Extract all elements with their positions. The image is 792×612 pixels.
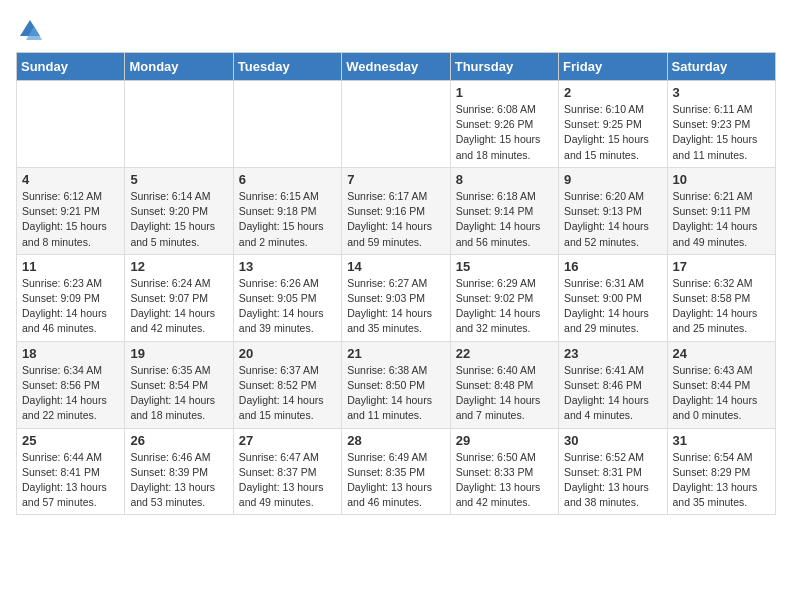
day-cell: 9Sunrise: 6:20 AM Sunset: 9:13 PM Daylig… — [559, 167, 667, 254]
day-info: Sunrise: 6:11 AM Sunset: 9:23 PM Dayligh… — [673, 102, 770, 163]
day-cell: 21Sunrise: 6:38 AM Sunset: 8:50 PM Dayli… — [342, 341, 450, 428]
day-info: Sunrise: 6:29 AM Sunset: 9:02 PM Dayligh… — [456, 276, 553, 337]
header-cell-monday: Monday — [125, 53, 233, 81]
day-number: 2 — [564, 85, 661, 100]
day-number: 24 — [673, 346, 770, 361]
day-number: 16 — [564, 259, 661, 274]
header-row: SundayMondayTuesdayWednesdayThursdayFrid… — [17, 53, 776, 81]
day-info: Sunrise: 6:47 AM Sunset: 8:37 PM Dayligh… — [239, 450, 336, 511]
day-cell: 22Sunrise: 6:40 AM Sunset: 8:48 PM Dayli… — [450, 341, 558, 428]
header-cell-friday: Friday — [559, 53, 667, 81]
day-info: Sunrise: 6:34 AM Sunset: 8:56 PM Dayligh… — [22, 363, 119, 424]
day-number: 17 — [673, 259, 770, 274]
day-info: Sunrise: 6:20 AM Sunset: 9:13 PM Dayligh… — [564, 189, 661, 250]
logo — [16, 16, 48, 44]
day-info: Sunrise: 6:12 AM Sunset: 9:21 PM Dayligh… — [22, 189, 119, 250]
day-number: 9 — [564, 172, 661, 187]
day-number: 18 — [22, 346, 119, 361]
day-cell: 3Sunrise: 6:11 AM Sunset: 9:23 PM Daylig… — [667, 81, 775, 168]
day-number: 19 — [130, 346, 227, 361]
day-number: 14 — [347, 259, 444, 274]
day-cell: 6Sunrise: 6:15 AM Sunset: 9:18 PM Daylig… — [233, 167, 341, 254]
header-cell-saturday: Saturday — [667, 53, 775, 81]
week-row-3: 11Sunrise: 6:23 AM Sunset: 9:09 PM Dayli… — [17, 254, 776, 341]
day-number: 12 — [130, 259, 227, 274]
day-number: 15 — [456, 259, 553, 274]
day-number: 5 — [130, 172, 227, 187]
day-cell: 19Sunrise: 6:35 AM Sunset: 8:54 PM Dayli… — [125, 341, 233, 428]
day-info: Sunrise: 6:41 AM Sunset: 8:46 PM Dayligh… — [564, 363, 661, 424]
day-number: 3 — [673, 85, 770, 100]
day-info: Sunrise: 6:31 AM Sunset: 9:00 PM Dayligh… — [564, 276, 661, 337]
day-cell: 24Sunrise: 6:43 AM Sunset: 8:44 PM Dayli… — [667, 341, 775, 428]
day-cell: 30Sunrise: 6:52 AM Sunset: 8:31 PM Dayli… — [559, 428, 667, 515]
day-info: Sunrise: 6:08 AM Sunset: 9:26 PM Dayligh… — [456, 102, 553, 163]
day-cell: 23Sunrise: 6:41 AM Sunset: 8:46 PM Dayli… — [559, 341, 667, 428]
header-cell-wednesday: Wednesday — [342, 53, 450, 81]
day-number: 10 — [673, 172, 770, 187]
day-cell: 20Sunrise: 6:37 AM Sunset: 8:52 PM Dayli… — [233, 341, 341, 428]
calendar-table: SundayMondayTuesdayWednesdayThursdayFrid… — [16, 52, 776, 515]
day-cell: 18Sunrise: 6:34 AM Sunset: 8:56 PM Dayli… — [17, 341, 125, 428]
day-cell: 28Sunrise: 6:49 AM Sunset: 8:35 PM Dayli… — [342, 428, 450, 515]
day-number: 25 — [22, 433, 119, 448]
day-number: 31 — [673, 433, 770, 448]
day-info: Sunrise: 6:18 AM Sunset: 9:14 PM Dayligh… — [456, 189, 553, 250]
day-number: 7 — [347, 172, 444, 187]
day-number: 26 — [130, 433, 227, 448]
day-cell: 5Sunrise: 6:14 AM Sunset: 9:20 PM Daylig… — [125, 167, 233, 254]
week-row-2: 4Sunrise: 6:12 AM Sunset: 9:21 PM Daylig… — [17, 167, 776, 254]
week-row-4: 18Sunrise: 6:34 AM Sunset: 8:56 PM Dayli… — [17, 341, 776, 428]
day-cell: 17Sunrise: 6:32 AM Sunset: 8:58 PM Dayli… — [667, 254, 775, 341]
day-info: Sunrise: 6:44 AM Sunset: 8:41 PM Dayligh… — [22, 450, 119, 511]
day-cell: 7Sunrise: 6:17 AM Sunset: 9:16 PM Daylig… — [342, 167, 450, 254]
day-number: 29 — [456, 433, 553, 448]
day-info: Sunrise: 6:15 AM Sunset: 9:18 PM Dayligh… — [239, 189, 336, 250]
day-cell — [342, 81, 450, 168]
logo-icon — [16, 16, 44, 44]
day-cell: 4Sunrise: 6:12 AM Sunset: 9:21 PM Daylig… — [17, 167, 125, 254]
day-info: Sunrise: 6:24 AM Sunset: 9:07 PM Dayligh… — [130, 276, 227, 337]
day-cell — [233, 81, 341, 168]
day-info: Sunrise: 6:27 AM Sunset: 9:03 PM Dayligh… — [347, 276, 444, 337]
day-cell: 10Sunrise: 6:21 AM Sunset: 9:11 PM Dayli… — [667, 167, 775, 254]
day-info: Sunrise: 6:21 AM Sunset: 9:11 PM Dayligh… — [673, 189, 770, 250]
header — [16, 16, 776, 44]
day-cell: 2Sunrise: 6:10 AM Sunset: 9:25 PM Daylig… — [559, 81, 667, 168]
day-cell: 27Sunrise: 6:47 AM Sunset: 8:37 PM Dayli… — [233, 428, 341, 515]
day-info: Sunrise: 6:40 AM Sunset: 8:48 PM Dayligh… — [456, 363, 553, 424]
day-cell: 8Sunrise: 6:18 AM Sunset: 9:14 PM Daylig… — [450, 167, 558, 254]
day-cell — [125, 81, 233, 168]
day-cell: 12Sunrise: 6:24 AM Sunset: 9:07 PM Dayli… — [125, 254, 233, 341]
calendar-header: SundayMondayTuesdayWednesdayThursdayFrid… — [17, 53, 776, 81]
day-cell: 31Sunrise: 6:54 AM Sunset: 8:29 PM Dayli… — [667, 428, 775, 515]
day-cell: 13Sunrise: 6:26 AM Sunset: 9:05 PM Dayli… — [233, 254, 341, 341]
day-cell: 11Sunrise: 6:23 AM Sunset: 9:09 PM Dayli… — [17, 254, 125, 341]
day-info: Sunrise: 6:32 AM Sunset: 8:58 PM Dayligh… — [673, 276, 770, 337]
day-number: 20 — [239, 346, 336, 361]
day-number: 4 — [22, 172, 119, 187]
day-number: 11 — [22, 259, 119, 274]
day-info: Sunrise: 6:35 AM Sunset: 8:54 PM Dayligh… — [130, 363, 227, 424]
day-cell: 1Sunrise: 6:08 AM Sunset: 9:26 PM Daylig… — [450, 81, 558, 168]
day-info: Sunrise: 6:43 AM Sunset: 8:44 PM Dayligh… — [673, 363, 770, 424]
day-cell: 14Sunrise: 6:27 AM Sunset: 9:03 PM Dayli… — [342, 254, 450, 341]
calendar-body: 1Sunrise: 6:08 AM Sunset: 9:26 PM Daylig… — [17, 81, 776, 515]
day-info: Sunrise: 6:26 AM Sunset: 9:05 PM Dayligh… — [239, 276, 336, 337]
day-number: 8 — [456, 172, 553, 187]
day-cell: 16Sunrise: 6:31 AM Sunset: 9:00 PM Dayli… — [559, 254, 667, 341]
day-number: 13 — [239, 259, 336, 274]
day-info: Sunrise: 6:52 AM Sunset: 8:31 PM Dayligh… — [564, 450, 661, 511]
day-info: Sunrise: 6:49 AM Sunset: 8:35 PM Dayligh… — [347, 450, 444, 511]
day-cell — [17, 81, 125, 168]
day-info: Sunrise: 6:10 AM Sunset: 9:25 PM Dayligh… — [564, 102, 661, 163]
day-info: Sunrise: 6:46 AM Sunset: 8:39 PM Dayligh… — [130, 450, 227, 511]
day-cell: 15Sunrise: 6:29 AM Sunset: 9:02 PM Dayli… — [450, 254, 558, 341]
day-number: 22 — [456, 346, 553, 361]
day-info: Sunrise: 6:50 AM Sunset: 8:33 PM Dayligh… — [456, 450, 553, 511]
header-cell-thursday: Thursday — [450, 53, 558, 81]
day-info: Sunrise: 6:17 AM Sunset: 9:16 PM Dayligh… — [347, 189, 444, 250]
week-row-5: 25Sunrise: 6:44 AM Sunset: 8:41 PM Dayli… — [17, 428, 776, 515]
day-info: Sunrise: 6:14 AM Sunset: 9:20 PM Dayligh… — [130, 189, 227, 250]
day-number: 1 — [456, 85, 553, 100]
